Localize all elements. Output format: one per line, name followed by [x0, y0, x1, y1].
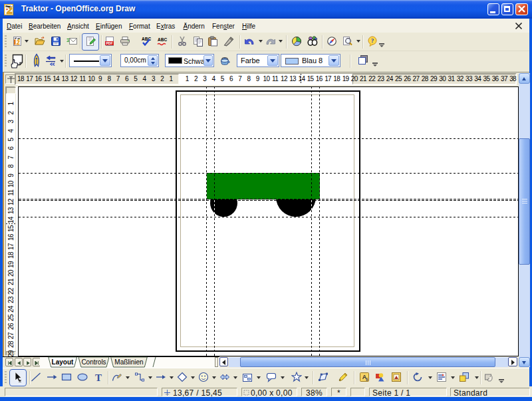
- svg-text:Maßlinien: Maßlinien: [114, 358, 143, 366]
- svg-text:Layout: Layout: [52, 358, 74, 366]
- svg-text:PDF: PDF: [106, 41, 113, 45]
- svg-text:ABC: ABC: [158, 37, 167, 42]
- svg-text:Controls: Controls: [81, 358, 106, 366]
- svg-text:A: A: [362, 374, 367, 380]
- svg-text:?: ?: [371, 37, 374, 44]
- svg-text:T: T: [95, 372, 102, 383]
